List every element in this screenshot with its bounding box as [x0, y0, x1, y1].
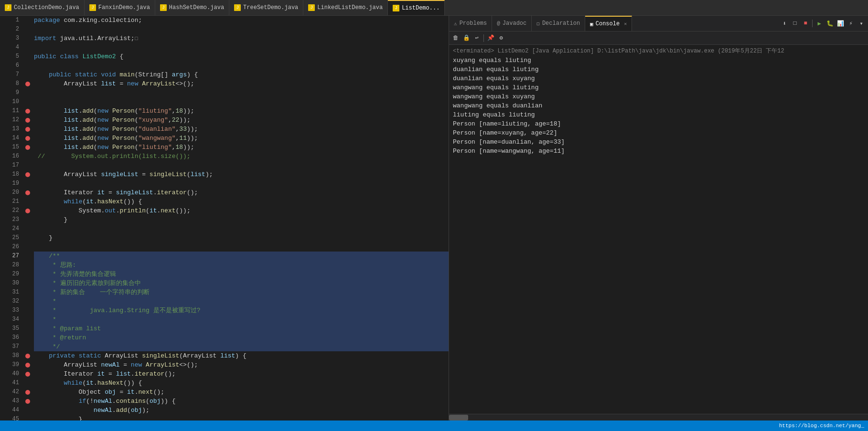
profile-button[interactable]: ⚡	[846, 19, 856, 28]
code-line-39: ArrayList newAl = new ArrayList<>();	[34, 360, 449, 369]
right-panel: ⚠ Problems @ Javadoc ◻ Declaration ▣ Con…	[449, 16, 868, 420]
java-file-icon: J	[160, 4, 167, 11]
code-line-25: }	[34, 233, 449, 242]
code-line-44: newAl.add(obj);	[34, 406, 449, 415]
clear-console-button[interactable]: 🗑	[451, 33, 461, 43]
code-line-29: * 先弄清楚的集合逻辑	[34, 270, 449, 279]
code-line-34: *	[34, 315, 449, 324]
code-line-26	[34, 242, 449, 252]
javadoc-icon: @	[497, 21, 500, 26]
breakpoint-15	[25, 145, 30, 150]
console-output[interactable]: <terminated> ListDemo2 [Java Application…	[449, 45, 868, 414]
code-line-8: ArrayList list = new ArrayList<>();	[34, 79, 449, 88]
code-line-20: Iterator it = singleList.iterator();	[34, 188, 449, 197]
code-line-37: */	[34, 342, 449, 351]
code-line-7: public static void main(String[] args) {	[34, 70, 449, 79]
tab-hashset-demo[interactable]: J HashSetDemo.java	[155, 0, 229, 15]
code-line-21: while(it.hasNext()) {	[34, 197, 449, 206]
java-file-icon: J	[89, 4, 96, 11]
editor-tab-bar: J CollectionDemo.java J FanxinDemo.java …	[0, 0, 868, 16]
java-file-icon: J	[234, 4, 241, 11]
tab-list-demo[interactable]: J ListDemo...	[388, 0, 445, 15]
console-line-4: wangwang equals liuting	[453, 83, 864, 92]
console-line-10: Person [name=duanlian, age=33]	[453, 137, 864, 147]
code-line-12: list.add(new Person("xuyang",22));	[34, 116, 449, 125]
code-line-40: Iterator it = list.iterator();	[34, 369, 449, 378]
code-line-32: *	[34, 297, 449, 306]
code-line-9	[34, 88, 449, 97]
problems-icon: ⚠	[454, 21, 457, 27]
code-line-17	[34, 161, 449, 170]
breakpoint-13	[25, 127, 30, 132]
console-icon: ▣	[590, 21, 593, 27]
tab-console[interactable]: ▣ Console ✕	[585, 16, 632, 31]
maximize-console-button[interactable]: □	[790, 19, 800, 28]
breakpoint-8	[25, 82, 30, 86]
coverage-button[interactable]: 📊	[836, 19, 845, 28]
code-editor[interactable]: 1 2 3 4 5 6 7 8 9 10 11 12 13 14 15 16 1…	[0, 16, 449, 420]
scroll-lock-button[interactable]: 🔒	[461, 33, 471, 43]
console-line-2: duanlian equals liuting	[453, 65, 864, 74]
toolbar-sep-1	[812, 20, 813, 27]
code-line-41: while(it.hasNext()) {	[34, 378, 449, 388]
tab-declaration[interactable]: ◻ Declaration	[532, 16, 585, 31]
code-line-16: // System.out.println(list.size());	[34, 152, 449, 161]
tab-problems[interactable]: ⚠ Problems	[449, 16, 492, 31]
code-line-6	[34, 61, 449, 70]
code-line-35: * @param list	[34, 324, 449, 333]
code-lines[interactable]: package com.zking.collection; import jav…	[32, 16, 449, 420]
code-line-14: list.add(new Person("wangwang",11));	[34, 134, 449, 143]
run-button[interactable]: ▶	[814, 19, 824, 28]
declaration-icon: ◻	[536, 21, 540, 27]
breakpoint-38	[25, 354, 30, 358]
console-toolbar: 🗑 🔒 ↩ 📌 ⚙	[449, 32, 868, 45]
code-line-4	[34, 43, 449, 52]
code-line-33: * java.lang.String 是不是被重写过?	[34, 306, 449, 315]
code-line-28: * 思路:	[34, 261, 449, 270]
console-options-button[interactable]: ⚙	[496, 33, 506, 43]
close-icon[interactable]: ✕	[624, 21, 627, 27]
code-line-27: /**	[34, 252, 449, 261]
code-line-23: }	[34, 215, 449, 224]
status-url: https://blog.csdn.net/yang_	[779, 423, 864, 429]
code-line-31: * 新的集合 一个字符串的判断	[34, 288, 449, 297]
breakpoint-40	[25, 372, 30, 377]
code-line-15: list.add(new Person("liuting",18));	[34, 143, 449, 152]
status-left	[4, 423, 7, 429]
code-line-19	[34, 179, 449, 188]
tab-collection-demo[interactable]: J CollectionDemo.java	[0, 0, 85, 15]
code-line-24	[34, 224, 449, 233]
code-line-5: public class ListDemo2 {	[34, 52, 449, 61]
tab-linkedlist-demo[interactable]: J LinkedListDemo.java	[303, 0, 388, 15]
breakpoint-22	[25, 209, 30, 213]
console-line-6: wangwang equals duanlian	[453, 101, 864, 110]
code-line-45: }	[34, 415, 449, 420]
tab-fanxin-demo[interactable]: J FanxinDemo.java	[85, 0, 155, 15]
word-wrap-button[interactable]: ↩	[472, 33, 482, 43]
console-line-9: Person [name=xuyang, age=22]	[453, 128, 864, 137]
code-line-22: System.out.println(it.next());	[34, 206, 449, 215]
code-line-18: ArrayList singleList = singleList(list);	[34, 170, 449, 179]
breakpoint-39	[25, 363, 30, 368]
pin-console-button[interactable]: 📌	[486, 33, 495, 43]
right-tab-bar: ⚠ Problems @ Javadoc ◻ Declaration ▣ Con…	[449, 16, 868, 32]
code-line-38: private static ArrayList singleList(Arra…	[34, 351, 449, 360]
breakpoint-43	[25, 399, 30, 404]
java-file-icon: J	[308, 4, 315, 11]
code-line-36: * @return	[34, 333, 449, 342]
stop-button[interactable]: ■	[801, 19, 810, 28]
debug-button[interactable]: 🐛	[825, 19, 835, 28]
minimize-console-button[interactable]: ⬇	[780, 19, 789, 28]
tab-treeset-demo[interactable]: J TreeSetDemo.java	[229, 0, 303, 15]
code-line-13: list.add(new Person("duanlian",33));	[34, 125, 449, 134]
code-content: 1 2 3 4 5 6 7 8 9 10 11 12 13 14 15 16 1…	[0, 16, 449, 420]
tab-javadoc[interactable]: @ Javadoc	[492, 16, 532, 31]
breakpoint-42	[25, 390, 30, 395]
code-line-1: package com.zking.collection;	[34, 16, 449, 25]
console-line-1: xuyang equals liuting	[453, 56, 864, 65]
breakpoint-11	[25, 109, 30, 114]
code-line-2	[34, 25, 449, 34]
console-horizontal-scrollbar[interactable]	[449, 414, 868, 420]
more-button[interactable]: ▾	[857, 19, 866, 28]
breakpoint-14	[25, 136, 30, 141]
